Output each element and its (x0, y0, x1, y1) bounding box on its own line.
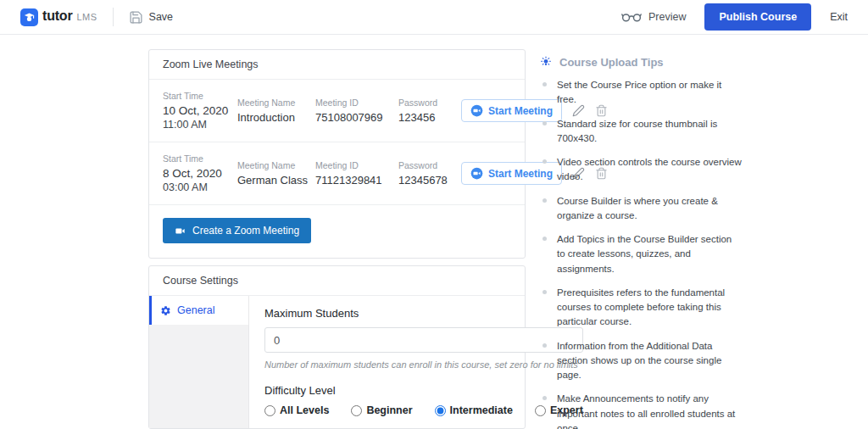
meeting-name: Meeting Name Introduction (237, 98, 309, 124)
tip-item: Add Topics in the Course Builder section… (539, 232, 743, 276)
radio-all-levels[interactable]: All Levels (264, 404, 329, 416)
tip-item: Information from the Additional Data sec… (539, 339, 743, 383)
tips-list: Set the Course Price option or make it f… (539, 78, 743, 429)
save-label: Save (149, 11, 174, 23)
meeting-id: Meeting ID 75108007969 (315, 98, 392, 124)
radio-beginner[interactable]: Beginner (351, 404, 412, 416)
video-camera-icon (175, 226, 186, 237)
brand-suffix: LMS (76, 12, 97, 22)
zoom-live-meetings-panel: Zoom Live Meetings Start Time 10 Oct, 20… (148, 49, 526, 259)
create-zoom-meeting-label: Create a Zoom Meeting (192, 225, 299, 237)
meeting-time: 03:00 AM (163, 181, 231, 193)
meeting-time: 11:00 AM (163, 119, 231, 131)
meeting-password: Password 12345678 (398, 160, 454, 187)
save-icon (129, 10, 143, 25)
max-students-input[interactable] (264, 327, 583, 353)
tab-general[interactable]: General (149, 296, 248, 325)
exit-button[interactable]: Exit (830, 11, 848, 23)
tip-item: Make Announcements to notify any importa… (539, 392, 743, 429)
course-settings-title: Course Settings (149, 266, 525, 296)
zoom-camera-icon (470, 104, 483, 117)
radio-intermediate[interactable]: Intermediate (435, 404, 513, 416)
meeting-date: 8 Oct, 2020 (163, 167, 231, 180)
max-students-help: Number of maximum students can enroll in… (264, 359, 583, 370)
gear-icon (160, 305, 171, 316)
max-students-label: Maximum Students (264, 307, 583, 320)
lightbulb-icon (539, 55, 553, 69)
tips-title: Course Upload Tips (559, 56, 664, 69)
brand-name: tutor (42, 8, 72, 24)
meeting-start-time: Start Time 10 Oct, 2020 11:00 AM (163, 91, 231, 131)
radio-all-levels-input[interactable] (264, 405, 275, 416)
create-zoom-meeting-button[interactable]: Create a Zoom Meeting (163, 218, 311, 243)
preview-label: Preview (648, 11, 686, 23)
tutor-logo-icon (20, 8, 38, 26)
meeting-password: Password 123456 (398, 98, 454, 124)
top-bar: tutor LMS Save Preview Publish Course Ex… (0, 0, 868, 35)
preview-button[interactable]: Preview (621, 11, 686, 23)
tip-item: Set the Course Price option or make it f… (539, 78, 743, 108)
difficulty-level-label: Difficulty Level (264, 384, 583, 397)
topbar-divider (113, 8, 114, 26)
radio-beginner-input[interactable] (351, 405, 362, 416)
tab-general-label: General (177, 304, 214, 316)
meeting-name: Meeting Name German Class (237, 160, 309, 187)
meeting-id: Meeting ID 71121329841 (315, 160, 392, 187)
tip-item: Video section controls the course overvi… (539, 155, 743, 185)
zoom-camera-icon (470, 167, 483, 180)
meeting-date: 10 Oct, 2020 (163, 104, 231, 117)
zoom-panel-title: Zoom Live Meetings (149, 50, 525, 80)
meeting-row: Start Time 8 Oct, 2020 03:00 AM Meeting … (149, 142, 525, 205)
settings-tab-list: General (149, 296, 249, 428)
tip-item: Standard size for course thumbnail is 70… (539, 117, 743, 147)
meeting-row: Start Time 10 Oct, 2020 11:00 AM Meeting… (149, 80, 525, 142)
meeting-start-time: Start Time 8 Oct, 2020 03:00 AM (163, 153, 231, 193)
course-settings-panel: Course Settings General Maximum Students… (148, 265, 526, 429)
tip-item: Prerequisites refers to the fundamental … (539, 286, 743, 330)
course-upload-tips: Course Upload Tips Set the Course Price … (539, 49, 743, 429)
tutor-lms-logo[interactable]: tutor LMS (20, 8, 97, 26)
publish-course-button[interactable]: Publish Course (704, 3, 811, 31)
tip-item: Course Builder is where you create & org… (539, 194, 743, 224)
save-button[interactable]: Save (129, 10, 174, 25)
glasses-icon (621, 11, 642, 23)
difficulty-radio-group: All Levels Beginner Intermediate Ex (264, 404, 583, 416)
content-area: Zoom Live Meetings Start Time 10 Oct, 20… (0, 35, 868, 429)
radio-intermediate-input[interactable] (435, 405, 446, 416)
